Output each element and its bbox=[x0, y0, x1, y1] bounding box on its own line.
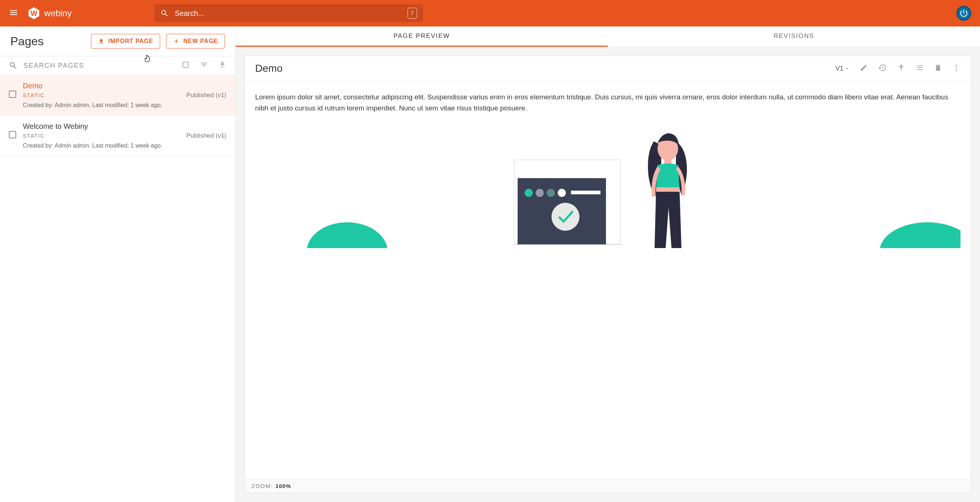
plus-icon bbox=[173, 38, 180, 44]
page-status: Published (v1) bbox=[186, 92, 226, 99]
blob-right bbox=[880, 215, 961, 248]
preview-card: Demo V1 bbox=[245, 56, 971, 493]
page-checkbox[interactable] bbox=[9, 131, 16, 138]
pages-header: Pages IMPORT PAGE NEW PAGE bbox=[0, 27, 235, 56]
svg-point-20 bbox=[880, 222, 961, 248]
zoom-bar: ZOOM: 100% bbox=[245, 479, 971, 493]
pages-actions: IMPORT PAGE NEW PAGE bbox=[91, 34, 225, 49]
svg-rect-14 bbox=[571, 191, 600, 194]
svg-text:W: W bbox=[30, 9, 38, 17]
global-search-input[interactable] bbox=[175, 9, 402, 17]
version-label: V1 bbox=[835, 65, 843, 73]
svg-point-3 bbox=[882, 67, 883, 68]
edit-icon[interactable] bbox=[860, 64, 868, 73]
main-layout: Pages IMPORT PAGE NEW PAGE bbox=[0, 27, 980, 502]
search-icon bbox=[9, 61, 18, 70]
svg-point-11 bbox=[536, 189, 544, 197]
browser-illustration bbox=[514, 160, 621, 248]
zoom-value: 100% bbox=[275, 483, 291, 489]
preview-actions: V1 bbox=[835, 63, 961, 74]
svg-point-4 bbox=[900, 64, 902, 66]
upload-icon bbox=[98, 38, 105, 44]
download-icon[interactable] bbox=[218, 61, 226, 70]
preview-container: Demo V1 bbox=[235, 47, 980, 502]
preview-panel: PAGE PREVIEW REVISIONS Demo V1 bbox=[235, 27, 980, 502]
search-icon bbox=[160, 9, 169, 17]
preview-header: Demo V1 bbox=[245, 56, 971, 81]
version-selector[interactable]: V1 bbox=[835, 65, 849, 73]
preview-text: Lorem ipsum dolor sit amet, consectetur … bbox=[255, 92, 961, 114]
search-pages-input[interactable] bbox=[24, 62, 176, 70]
svg-point-6 bbox=[956, 67, 957, 68]
import-page-button[interactable]: IMPORT PAGE bbox=[91, 34, 160, 49]
blob-left bbox=[307, 215, 388, 248]
tab-revisions[interactable]: REVISIONS bbox=[608, 27, 980, 47]
page-checkbox[interactable] bbox=[9, 91, 16, 98]
new-page-label: NEW PAGE bbox=[183, 38, 218, 44]
restore-icon[interactable] bbox=[878, 63, 887, 74]
power-icon bbox=[959, 8, 969, 18]
preview-title: Demo bbox=[255, 63, 283, 74]
svg-point-5 bbox=[956, 65, 957, 66]
svg-point-19 bbox=[307, 222, 388, 248]
page-name: Welcome to Webiny bbox=[23, 122, 180, 131]
import-page-label: IMPORT PAGE bbox=[108, 38, 153, 44]
hamburger-menu-icon[interactable] bbox=[9, 8, 18, 19]
new-page-button[interactable]: NEW PAGE bbox=[166, 34, 225, 49]
pages-title: Pages bbox=[10, 35, 44, 48]
page-item[interactable]: Demo STATIC Created by: Admin admin. Las… bbox=[0, 75, 235, 116]
page-type: STATIC bbox=[23, 133, 180, 139]
top-bar: W webiny / bbox=[0, 0, 980, 27]
zoom-label: ZOOM: bbox=[251, 483, 273, 489]
page-name: Demo bbox=[23, 82, 180, 90]
more-icon[interactable] bbox=[952, 64, 961, 73]
brand-logo[interactable]: W webiny bbox=[27, 6, 72, 20]
page-item[interactable]: Welcome to Webiny STATIC Created by: Adm… bbox=[0, 116, 235, 156]
person-illustration bbox=[635, 123, 702, 248]
chevron-down-icon bbox=[845, 66, 849, 71]
accessibility-icon[interactable] bbox=[897, 64, 905, 73]
tab-page-preview[interactable]: PAGE PREVIEW bbox=[235, 27, 608, 47]
page-meta: Created by: Admin admin. Last modified: … bbox=[23, 102, 180, 108]
preview-tabs: PAGE PREVIEW REVISIONS bbox=[235, 27, 980, 47]
page-type: STATIC bbox=[23, 92, 180, 98]
global-search[interactable]: / bbox=[154, 5, 423, 22]
checklist-icon[interactable] bbox=[916, 64, 924, 73]
brand-name: webiny bbox=[44, 8, 72, 18]
preview-illustration bbox=[255, 123, 961, 248]
search-shortcut-hint: / bbox=[407, 8, 417, 19]
pages-search-row bbox=[0, 56, 235, 75]
svg-point-10 bbox=[525, 189, 533, 197]
svg-point-7 bbox=[956, 70, 957, 71]
delete-icon[interactable] bbox=[934, 64, 942, 73]
filter-icon[interactable] bbox=[200, 61, 208, 70]
svg-rect-18 bbox=[656, 187, 679, 192]
page-meta: Created by: Admin admin. Last modified: … bbox=[23, 143, 180, 149]
svg-point-13 bbox=[558, 189, 566, 197]
logo-hex-icon: W bbox=[27, 6, 40, 20]
svg-point-15 bbox=[552, 203, 579, 231]
svg-point-12 bbox=[547, 189, 555, 197]
svg-rect-2 bbox=[183, 62, 188, 68]
preview-body: Lorem ipsum dolor sit amet, consectetur … bbox=[245, 81, 971, 479]
page-status: Published (v1) bbox=[186, 132, 226, 140]
user-avatar[interactable] bbox=[956, 6, 971, 21]
pages-list: Demo STATIC Created by: Admin admin. Las… bbox=[0, 75, 235, 502]
pages-panel: Pages IMPORT PAGE NEW PAGE bbox=[0, 27, 235, 502]
select-all-checkbox[interactable] bbox=[181, 61, 189, 70]
